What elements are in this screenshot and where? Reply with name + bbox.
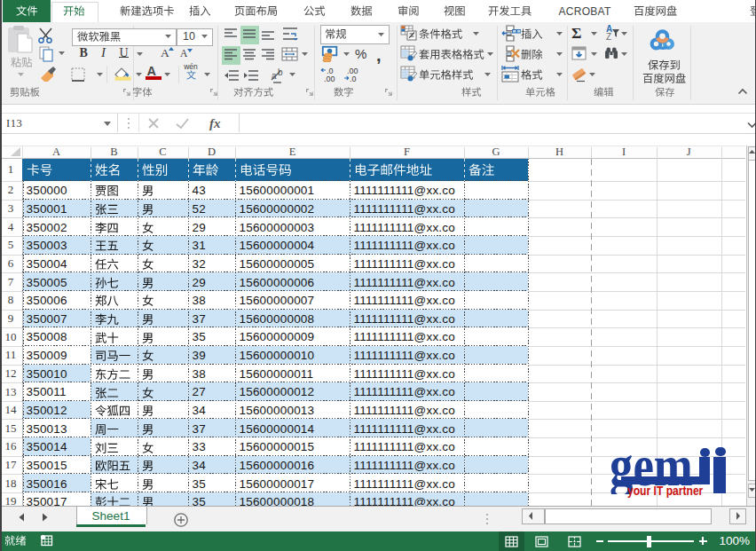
svg-text:.0: .0	[350, 75, 357, 83]
svg-text:a: a	[272, 71, 277, 81]
svg-text:b: b	[278, 68, 283, 77]
svg-text:.00: .00	[324, 75, 335, 83]
